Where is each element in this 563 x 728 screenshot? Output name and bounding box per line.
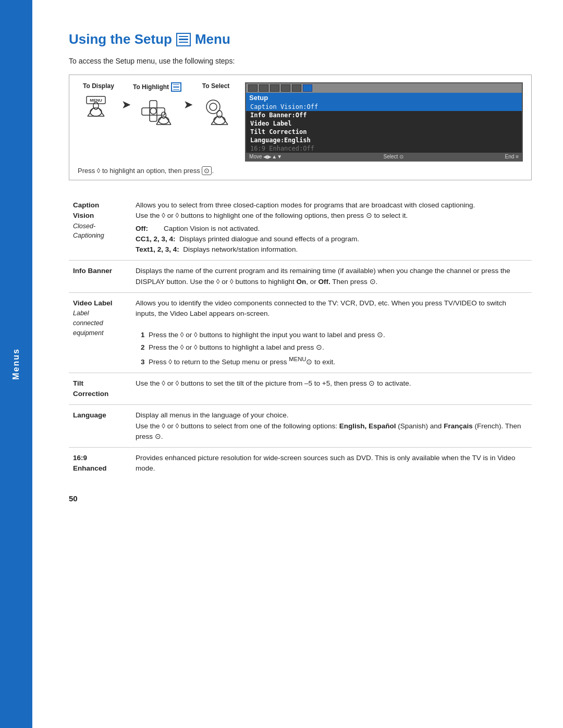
svg-point-11 [150,108,156,114]
table-row: TiltCorrection Use the ◊ or ◊ buttons to… [69,373,532,405]
svg-rect-9 [150,101,157,121]
tv-menu-title: Setup [246,93,522,103]
feature-name-tilt: TiltCorrection [69,373,131,405]
feature-desc-language: Display all menus in the language of you… [131,405,532,448]
feature-name-infobanner: Info Banner [69,261,131,293]
tv-icon-1 [248,84,258,92]
tv-icon-5 [292,84,301,92]
tv-menu-item-4: Tilt Correction [246,128,522,136]
step-highlight-label: To Highlight [133,82,181,92]
svg-line-23 [225,120,228,125]
tv-topbar [246,83,522,93]
page-number: 50 [69,494,532,503]
arrow-1: ➤ [119,82,133,112]
tv-icon-6-active [303,84,312,92]
table-row: Language Display all menus in the langua… [69,405,532,448]
tv-icon-2 [259,84,268,92]
svg-line-3 [88,112,91,116]
feature-name-caption: CaptionVision Closed-Captioning [69,195,131,261]
side-tab: Menus [0,0,32,728]
tv-menu-item-6: 16:9 Enhanced:Off [246,144,522,153]
tv-bottom-bar: Move ◀▶▲▼ Select ⊙ End ≡ [246,153,522,161]
feature-desc-videolabel: Allows you to identify the video compone… [131,292,532,373]
feature-desc-tilt: Use the ◊ or ◊ buttons to set the tilt o… [131,373,532,405]
side-tab-label: Menus [11,348,21,380]
arrow-2: ➤ [181,82,195,112]
dpad-icon [137,95,178,131]
step-highlight: To Highlight [133,82,181,131]
step-select-label: To Select [202,82,229,90]
main-content: Using the Setup Menu To access the Setup… [32,0,563,728]
svg-point-6 [93,102,99,109]
tv-icon-3 [270,84,279,92]
title-suffix: Menu [195,31,230,47]
table-row: Info Banner Displays the name of the cur… [69,261,532,293]
svg-point-12 [158,117,169,124]
tv-icon-4 [281,84,290,92]
feature-table: CaptionVision Closed-Captioning Allows y… [69,195,532,479]
table-row: Video Label Labelconnectedequipment Allo… [69,292,532,373]
table-row: CaptionVision Closed-Captioning Allows y… [69,195,532,261]
title-prefix: Using the Setup [69,31,172,47]
feature-name-videolabel: Video Label Labelconnectedequipment [69,292,131,373]
menu-icon [176,33,191,46]
svg-line-22 [211,120,214,125]
tv-menu-item-3: Video Label [246,119,522,128]
tv-screen-area: Setup Caption Vision:Off Info Banner:Off… [245,82,523,162]
menu-button-icon: MENU [78,93,119,129]
setup-box: To Display MENU [69,75,532,180]
feature-desc-infobanner: Displays the name of the current program… [131,261,532,293]
feature-desc-caption: Allows you to select from three closed-c… [131,195,532,261]
svg-point-25 [217,110,222,118]
press-instruction: Press ◊ to highlight an option, then pre… [78,167,523,175]
svg-point-20 [210,103,217,110]
svg-line-14 [168,120,171,125]
tv-menu-item-1: Caption Vision:Off [246,103,522,111]
feature-name-language: Language [69,405,131,448]
step-display-label: To Display [83,82,114,90]
select-button-icon [195,93,237,129]
page-title: Using the Setup Menu [69,31,532,47]
tv-screen: Setup Caption Vision:Off Info Banner:Off… [245,82,523,162]
table-row: 16:9Enhanced Provides enhanced picture r… [69,448,532,479]
step-select: To Select [195,82,237,129]
feature-name-169: 16:9Enhanced [69,448,131,479]
tv-menu-item-2: Info Banner:Off [246,111,522,119]
intro-text: To access the Setup menu, use the follow… [69,57,532,65]
feature-desc-169: Provides enhanced picture resolution for… [131,448,532,479]
step-display: To Display MENU [78,82,119,129]
tv-menu-item-5: Language:English [246,136,522,144]
svg-line-4 [101,112,104,116]
